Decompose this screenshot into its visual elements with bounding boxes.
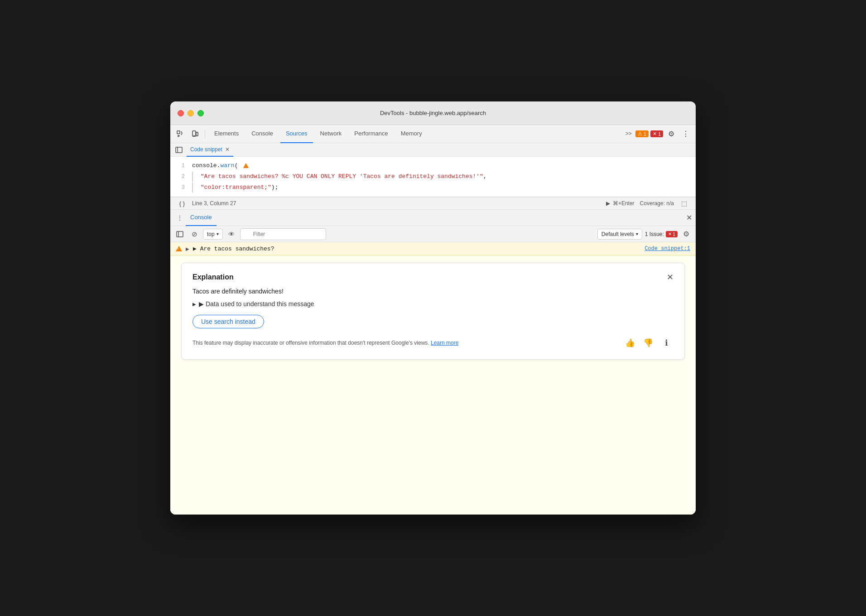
- inspect-element-icon[interactable]: [174, 128, 187, 140]
- title-bar: DevTools - bubble-jingle.web.app/search: [170, 101, 696, 125]
- tab-performance[interactable]: Performance: [349, 125, 393, 143]
- explanation-header: Explanation ✕: [192, 272, 674, 282]
- code-line-1: 1 console.warn(: [170, 160, 696, 171]
- svg-rect-0: [177, 131, 180, 134]
- thumbs-down-icon[interactable]: 👎: [641, 336, 655, 350]
- snippet-close-icon[interactable]: ✕: [225, 146, 230, 153]
- console-settings-icon[interactable]: ⚙: [680, 228, 692, 240]
- toolbar-divider: [205, 130, 205, 139]
- issue-error-icon: ✕: [668, 231, 672, 236]
- svg-rect-4: [176, 147, 182, 153]
- code-panel: Code snippet ✕ 1 console.warn( 2: [170, 143, 696, 197]
- console-close-icon[interactable]: ✕: [686, 213, 692, 222]
- console-section: ⋮ Console ✕ ⊘ top ▾ 👁: [170, 210, 696, 515]
- feedback-icons: 👍 👎 ℹ: [623, 336, 674, 350]
- console-menu-icon[interactable]: ⋮: [174, 214, 186, 221]
- error-badge[interactable]: ✕ 1: [650, 130, 663, 137]
- eye-icon[interactable]: 👁: [226, 228, 237, 240]
- top-toolbar: Elements Console Sources Network Perform…: [170, 125, 696, 143]
- panel-sidebar-icon[interactable]: [174, 145, 184, 155]
- indent-bar: [192, 172, 193, 182]
- console-sidebar-icon[interactable]: [174, 228, 186, 240]
- format-code-icon[interactable]: { }: [176, 197, 188, 210]
- explanation-close-button[interactable]: ✕: [667, 272, 674, 282]
- indent-bar-2: [192, 183, 193, 192]
- console-tab[interactable]: Console: [186, 210, 216, 226]
- clear-console-icon[interactable]: ⊘: [188, 228, 200, 240]
- warning-message-text: ▶ Are tacos sandwiches?: [193, 245, 641, 252]
- explanation-description: Tacos are definitely sandwiches!: [192, 288, 674, 295]
- warning-badge[interactable]: ⚠ 1: [635, 130, 649, 137]
- run-button[interactable]: ▶ ⌘+Enter: [606, 200, 635, 207]
- dropdown-arrow-icon: ▾: [216, 231, 219, 236]
- explanation-title: Explanation: [192, 273, 234, 281]
- warning-icon-inline: [243, 163, 249, 168]
- snapshot-icon[interactable]: ⬚: [678, 197, 690, 210]
- maximize-button[interactable]: [197, 110, 204, 116]
- use-search-button[interactable]: Use search instead: [192, 315, 264, 328]
- filter-wrapper: ⚬: [240, 228, 595, 240]
- code-snippet-tab[interactable]: Code snippet ✕: [187, 143, 233, 157]
- expand-arrow-icon: ▶: [186, 246, 189, 251]
- tab-memory[interactable]: Memory: [395, 125, 428, 143]
- svg-point-3: [194, 135, 195, 136]
- status-bar: { } Line 3, Column 27 ▶ ⌘+Enter Coverage…: [170, 197, 696, 210]
- window-controls: [178, 110, 204, 116]
- context-selector[interactable]: top ▾: [203, 229, 223, 240]
- svg-rect-2: [196, 132, 198, 136]
- data-used-label: ▶ Data used to understand this message: [199, 300, 314, 308]
- coverage-label: Coverage: n/a: [640, 200, 674, 207]
- close-button[interactable]: [178, 110, 184, 116]
- warning-icon: ⚠: [638, 131, 642, 137]
- issue-badge[interactable]: 1 Issue: ✕ 1: [645, 231, 678, 237]
- default-levels-selector[interactable]: Default levels ▾: [597, 229, 642, 240]
- disclaimer-text: This feature may display inaccurate or o…: [192, 339, 458, 347]
- error-icon: ✕: [653, 131, 657, 137]
- tab-network[interactable]: Network: [315, 125, 347, 143]
- device-toolbar-icon[interactable]: [188, 128, 201, 140]
- data-used-row[interactable]: ▶ ▶ Data used to understand this message: [192, 300, 674, 308]
- window-title: DevTools - bubble-jingle.web.app/search: [380, 110, 486, 116]
- levels-dropdown-icon: ▾: [636, 231, 638, 236]
- console-warning-row[interactable]: ▶ ▶ Are tacos sandwiches? Code snippet:1: [170, 242, 696, 255]
- console-header: ⋮ Console ✕: [170, 210, 696, 226]
- tab-elements[interactable]: Elements: [209, 125, 244, 143]
- data-used-expand-icon: ▶: [192, 302, 196, 307]
- cursor-position: Line 3, Column 27: [192, 200, 236, 207]
- console-content: ▶ ▶ Are tacos sandwiches? Code snippet:1…: [170, 242, 696, 515]
- code-content: 1 console.warn( 2 "Are tacos sandwiches?…: [170, 157, 696, 197]
- devtools-panel: Elements Console Sources Network Perform…: [170, 125, 696, 515]
- browser-window: DevTools - bubble-jingle.web.app/search: [170, 101, 696, 515]
- explanation-card: Explanation ✕ Tacos are definitely sandw…: [181, 263, 685, 360]
- svg-rect-6: [177, 231, 183, 237]
- disclaimer-row: This feature may display inaccurate or o…: [192, 336, 674, 350]
- toolbar-right: >> ⚠ 1 ✕ 1 ⚙ ⋮: [624, 125, 692, 143]
- run-icon: ▶: [606, 200, 610, 207]
- source-link[interactable]: Code snippet:1: [645, 245, 690, 252]
- learn-more-link[interactable]: Learn more: [431, 340, 458, 346]
- info-icon[interactable]: ℹ: [659, 336, 674, 350]
- thumbs-up-icon[interactable]: 👍: [623, 336, 637, 350]
- warning-triangle-icon: [176, 246, 182, 251]
- code-line-3: 3 "color:transparent;");: [170, 182, 696, 193]
- tab-sources[interactable]: Sources: [280, 125, 313, 143]
- code-panel-header: Code snippet ✕: [170, 143, 696, 157]
- more-tabs-button[interactable]: >>: [624, 125, 634, 143]
- more-options-icon[interactable]: ⋮: [679, 128, 692, 140]
- issue-count-badge: ✕ 1: [666, 231, 678, 237]
- code-line-2: 2 "Are tacos sandwiches? %c YOU CAN ONLY…: [170, 171, 696, 182]
- console-toolbar: ⊘ top ▾ 👁 ⚬ Default levels ▾ 1 Issue:: [170, 226, 696, 242]
- filter-input[interactable]: [240, 228, 326, 240]
- settings-icon[interactable]: ⚙: [665, 128, 678, 140]
- minimize-button[interactable]: [188, 110, 194, 116]
- tab-console[interactable]: Console: [246, 125, 279, 143]
